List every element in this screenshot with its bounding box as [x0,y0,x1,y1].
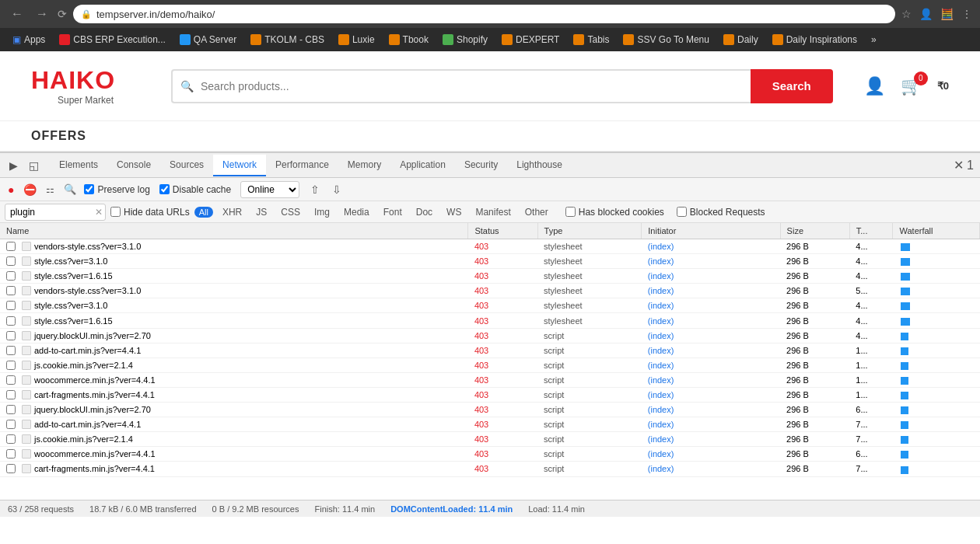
table-row[interactable]: jquery.blockUI.min.js?ver=2.70 403 scrip… [0,328,980,343]
network-table-wrapper[interactable]: Name Status Type Initiator Size T... Wat… [0,223,980,500]
tab-performance[interactable]: Performance [266,155,338,176]
col-header-waterfall[interactable]: Waterfall [893,223,980,239]
filter-css[interactable]: CSS [276,206,305,218]
filter-input[interactable] [5,204,106,221]
refresh-button[interactable]: ⟳ [58,8,67,20]
tab-console[interactable]: Console [107,155,160,176]
bookmark-cbs[interactable]: CBS ERP Execution... [53,32,172,47]
user-icon[interactable]: 👤 [864,76,885,96]
initiator-link[interactable]: (index) [648,361,674,370]
table-row[interactable]: jquery.blockUI.min.js?ver=2.70 403 scrip… [0,403,980,417]
col-header-time[interactable]: T... [849,223,893,239]
table-row[interactable]: add-to-cart.min.js?ver=4.4.1 403 script … [0,417,980,432]
table-row[interactable]: vendors-style.css?ver=3.1.0 403 styleshe… [0,239,980,254]
bookmark-apps[interactable]: ▣ Apps [6,32,51,47]
filter-button[interactable]: ⚏ [44,183,56,197]
initiator-link[interactable]: (index) [648,375,674,385]
table-row[interactable]: cart-fragments.min.js?ver=4.4.1 403 scri… [0,462,980,476]
initiator-link[interactable]: (index) [648,434,674,444]
inspect-element-button[interactable]: ▶ [6,158,21,173]
row-checkbox[interactable] [6,242,16,251]
bookmark-daily-inspirations[interactable]: Daily Inspirations [766,32,863,47]
filter-ws[interactable]: WS [442,206,466,218]
row-checkbox[interactable] [6,375,16,385]
row-checkbox[interactable] [6,420,16,429]
disable-cache-label[interactable]: Disable cache [159,184,231,195]
row-checkbox[interactable] [6,390,16,399]
device-toggle-button[interactable]: ◱ [26,158,42,173]
download-button[interactable]: ⇩ [331,182,343,197]
initiator-link[interactable]: (index) [648,286,674,295]
hide-data-urls-checkbox[interactable] [110,207,121,217]
row-checkbox[interactable] [6,271,16,281]
table-row[interactable]: add-to-cart.min.js?ver=4.4.1 403 script … [0,343,980,357]
row-checkbox[interactable] [6,361,16,370]
table-row[interactable]: vendors-style.css?ver=3.1.0 403 styleshe… [0,284,980,298]
col-header-initiator[interactable]: Initiator [642,223,780,239]
col-header-type[interactable]: Type [537,223,642,239]
table-row[interactable]: style.css?ver=3.1.0 403 stylesheet (inde… [0,254,980,269]
filter-img[interactable]: Img [310,206,334,218]
bookmark-tabis[interactable]: Tabis [567,32,615,47]
col-header-name[interactable]: Name [0,223,468,239]
row-checkbox[interactable] [6,464,16,473]
row-checkbox[interactable] [6,331,16,340]
tab-network[interactable]: Network [213,155,266,176]
devtools-close-button[interactable]: ✕ 1 [954,158,974,173]
col-header-size[interactable]: Size [780,223,849,239]
filter-manifest[interactable]: Manifest [471,206,515,218]
tab-sources[interactable]: Sources [160,155,213,176]
preserve-log-checkbox[interactable] [84,184,94,194]
table-row[interactable]: js.cookie.min.js?ver=2.1.4 403 script (i… [0,432,980,447]
bookmark-luxie[interactable]: Luxie [332,32,381,47]
table-row[interactable]: woocommerce.min.js?ver=4.4.1 403 script … [0,372,980,387]
bookmark-more[interactable]: » [865,32,883,47]
col-header-status[interactable]: Status [468,223,537,239]
initiator-link[interactable]: (index) [648,420,674,429]
clear-button[interactable]: ⛔ [22,182,38,197]
row-checkbox[interactable] [6,405,16,414]
back-button[interactable]: ← [8,4,26,24]
initiator-link[interactable]: (index) [648,390,674,399]
initiator-link[interactable]: (index) [648,331,674,340]
filter-js[interactable]: JS [251,206,271,218]
table-row[interactable]: woocommerce.min.js?ver=4.4.1 403 script … [0,447,980,462]
filter-font[interactable]: Font [379,206,407,218]
extensions-button[interactable]: 🧮 [940,8,954,20]
row-checkbox[interactable] [6,449,16,459]
upload-button[interactable]: ⇧ [309,182,321,197]
row-checkbox[interactable] [6,256,16,266]
cart-icon[interactable]: 🛒 0 [901,76,922,96]
blocked-requests-label[interactable]: Blocked Requests [677,207,765,218]
tab-application[interactable]: Application [390,155,455,176]
bookmark-shopify[interactable]: Shopify [436,32,494,47]
menu-button[interactable]: ⋮ [961,8,972,20]
record-button[interactable]: ● [6,182,16,197]
tab-lighthouse[interactable]: Lighthouse [507,155,572,176]
initiator-link[interactable]: (index) [648,346,674,355]
row-checkbox[interactable] [6,301,16,310]
has-blocked-cookies-label[interactable]: Has blocked cookies [565,207,664,218]
initiator-link[interactable]: (index) [648,271,674,281]
initiator-link[interactable]: (index) [648,405,674,414]
tab-elements[interactable]: Elements [50,155,107,176]
initiator-link[interactable]: (index) [648,256,674,266]
bookmark-daily[interactable]: Daily [717,32,765,47]
row-checkbox[interactable] [6,286,16,295]
bookmark-tbook[interactable]: Tbook [383,32,435,47]
table-row[interactable]: style.css?ver=1.6.15 403 stylesheet (ind… [0,269,980,284]
bookmark-tkolm[interactable]: TKOLM - CBS [244,32,331,47]
bookmark-qa[interactable]: QA Server [173,32,243,47]
has-blocked-cookies-checkbox[interactable] [565,207,576,217]
bookmark-dexpert[interactable]: DEXPERT [495,32,565,47]
forward-button[interactable]: → [33,4,51,24]
table-row[interactable]: style.css?ver=1.6.15 403 stylesheet (ind… [0,313,980,328]
address-bar[interactable]: 🔒 tempserver.in/demo/haiko/ [73,5,895,23]
initiator-link[interactable]: (index) [648,449,674,459]
filter-doc[interactable]: Doc [411,206,437,218]
row-checkbox[interactable] [6,434,16,444]
star-button[interactable]: ☆ [901,8,912,20]
disable-cache-checkbox[interactable] [159,184,170,194]
row-checkbox[interactable] [6,316,16,326]
initiator-link[interactable]: (index) [648,316,674,326]
